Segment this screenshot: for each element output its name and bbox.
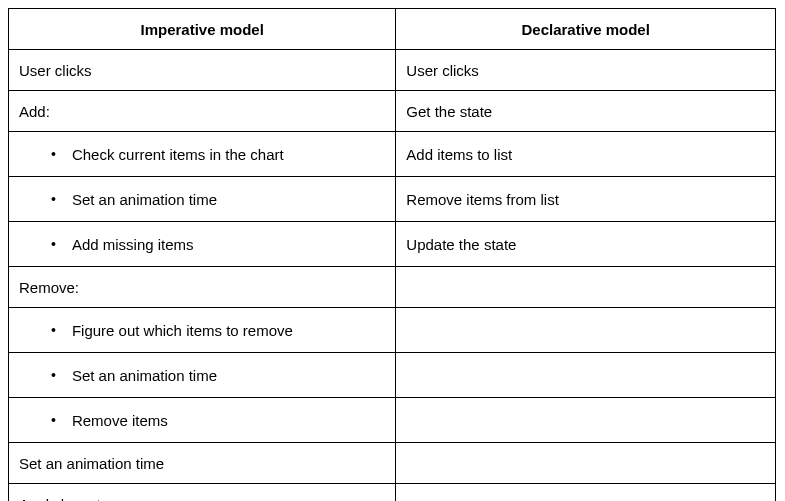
cell-text: Set an animation time [72, 191, 217, 208]
cell-text: Get the state [396, 91, 775, 131]
cell-text: Check current items in the chart [72, 146, 284, 163]
table-row: Add missing items Update the state [9, 222, 776, 267]
cell-text: User clicks [396, 50, 775, 90]
cell-text: Figure out which items to remove [72, 322, 293, 339]
table-row: Add: Get the state [9, 91, 776, 132]
table-row: Set an animation time [9, 353, 776, 398]
cell-text [396, 398, 775, 442]
table-header-row: Imperative model Declarative model [9, 9, 776, 50]
cell-text: Set an animation time [9, 443, 395, 483]
table-row: Set an animation time [9, 443, 776, 484]
bullet-item: Set an animation time [9, 177, 395, 221]
cell-text: Add missing items [72, 236, 194, 253]
cell-text: User clicks [9, 50, 395, 90]
cell-text [396, 267, 775, 307]
bullet-item: Add missing items [9, 222, 395, 266]
table-row: Apply layout [9, 484, 776, 502]
cell-text [396, 484, 775, 501]
cell-text: Add: [9, 91, 395, 131]
header-declarative: Declarative model [396, 9, 776, 50]
bullet-item: Remove items [9, 398, 395, 442]
bullet-item: Check current items in the chart [9, 132, 395, 176]
header-left-label: Imperative model [140, 21, 263, 38]
cell-text: Remove: [9, 267, 395, 307]
bullet-item: Set an animation time [9, 353, 395, 397]
cell-text: Remove items [72, 412, 168, 429]
table-row: Remove items [9, 398, 776, 443]
bullet-item: Figure out which items to remove [9, 308, 395, 352]
cell-text: Set an animation time [72, 367, 217, 384]
cell-text [396, 443, 775, 483]
table-row: Figure out which items to remove [9, 308, 776, 353]
cell-text: Apply layout [9, 484, 395, 501]
cell-text [396, 308, 775, 352]
comparison-table: Imperative model Declarative model User … [8, 8, 776, 501]
table-row: User clicks User clicks [9, 50, 776, 91]
table-row: Remove: [9, 267, 776, 308]
cell-text [396, 353, 775, 397]
table-row: Set an animation time Remove items from … [9, 177, 776, 222]
cell-text: Remove items from list [396, 177, 775, 221]
table-row: Check current items in the chart Add ite… [9, 132, 776, 177]
cell-text: Add items to list [396, 132, 775, 176]
header-right-label: Declarative model [521, 21, 649, 38]
cell-text: Update the state [396, 222, 775, 266]
header-imperative: Imperative model [9, 9, 396, 50]
